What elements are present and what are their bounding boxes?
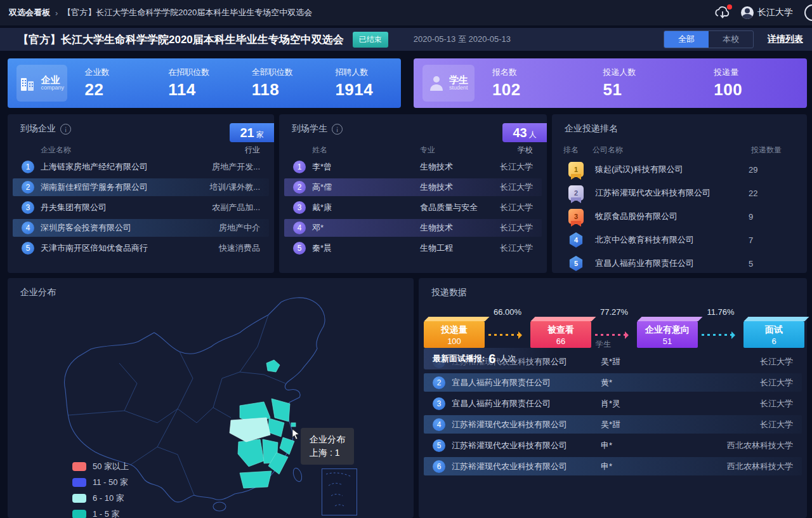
table-row[interactable]: 4 江苏裕灌现代农业科技有限公司 吴*甜 长江大学 xyxy=(424,415,802,434)
table-row[interactable]: 5 秦*晨 生物工程 长江大学 xyxy=(284,239,542,257)
interview-broadcast: 最新面试播报: 6 人次 xyxy=(424,348,557,369)
stat-applicant-count: 投递人数 51 xyxy=(603,67,697,100)
table-row[interactable]: 2 湖南新佳程留学服务有限公司 培训/课外教... xyxy=(13,178,269,196)
table-row[interactable]: 3 宜昌人福药业有限责任公司 肖*灵 长江大学 xyxy=(424,394,802,413)
date-range: 2020-05-13 至 2020-05-13 xyxy=(414,34,511,45)
col-major: 专业 xyxy=(420,145,518,156)
company-ranking-panel: 企业投递排名 排名 公司名称 投递数量 1 猿起(武汉)科技有限公司 29 2 … xyxy=(552,114,807,273)
attended-students-panel: 到场学生 ! 43人 姓名 专业 学校 1 李*曾 生物技术 长江大学 2 高*… xyxy=(279,114,547,273)
dashboard: 双选会看板 › 【官方】长江大学生命科学学院2020届本科生毕业生专场空中双选会… xyxy=(0,0,812,518)
table-row[interactable]: 6 江苏裕灌现代农业科技有限公司 申* 西北农林科技大学 xyxy=(424,457,802,475)
user-avatar-icon[interactable] xyxy=(741,6,754,19)
funnel-step-delivered: 投递量100 xyxy=(424,321,485,348)
legend-item: 6 - 10 家 xyxy=(72,493,129,504)
page-title: 【官方】长江大学生命科学学院2020届本科生毕业生专场空中双选会 xyxy=(18,32,344,47)
col-school: 学校 xyxy=(518,145,533,156)
filter-all-button[interactable]: 全部 xyxy=(664,31,709,48)
panel-title-ranking: 企业投递排名 xyxy=(565,123,618,135)
mouse-cursor-icon xyxy=(292,429,301,439)
funnel-step-interview: 面试6 xyxy=(743,321,804,348)
breadcrumb-current: 【官方】长江大学生命科学学院2020届本科生毕业生专场空中双选会 xyxy=(63,7,312,18)
map-tooltip: 企业分布 上海 : 1 xyxy=(301,428,354,465)
funnel-rate: 66.00% xyxy=(485,307,530,317)
detail-list-link[interactable]: 详情列表 xyxy=(768,34,803,45)
funnel-step-viewed: 被查看66 xyxy=(530,321,591,348)
table-row[interactable]: 4 深圳房客会投资有限公司 房地产中介 xyxy=(13,219,269,237)
students-count-badge: 43人 xyxy=(502,123,547,142)
table-row[interactable]: 5 江苏裕灌现代农业科技有限公司 申* 西北农林科技大学 xyxy=(424,436,802,455)
funnel-arrow-icon xyxy=(702,334,735,336)
scope-toggle: 全部 本校 xyxy=(664,30,754,48)
table-row[interactable]: 3 丹夫集团有限公司 农副产品加... xyxy=(13,199,269,216)
col-rank: 排名 xyxy=(563,145,593,156)
breadcrumb-root[interactable]: 双选会看板 xyxy=(9,7,50,18)
table-row[interactable]: 3 戴*康 食品质量与安全 长江大学 xyxy=(284,199,542,216)
company-distribution-panel: 企业分布 xyxy=(8,278,414,518)
panel-title-students: 到场学生 xyxy=(292,123,327,135)
table-row[interactable]: 2 江苏裕灌现代农业科技有限公司 22 xyxy=(557,183,802,203)
info-icon[interactable]: ! xyxy=(332,124,343,135)
stat-all-positions: 全部职位数 118 xyxy=(252,67,318,100)
event-title-bar: 【官方】长江大学生命科学学院2020届本科生毕业生专场空中双选会 已结束 202… xyxy=(0,28,812,51)
status-badge: 已结束 xyxy=(353,32,388,48)
col-delivery-count: 投递数量 xyxy=(751,145,796,156)
funnel-rate: 77.27% xyxy=(592,307,636,317)
rank-hex-icon: 5 xyxy=(569,256,583,271)
col-industry: 行业 xyxy=(245,145,260,156)
company-label-en: company xyxy=(41,85,65,91)
table-row[interactable]: 3 牧原食品股份有限公司 9 xyxy=(557,207,802,226)
col-student-name: 姓名 xyxy=(312,145,420,156)
notification-dot xyxy=(727,4,732,10)
funnel-arrow-icon xyxy=(595,334,628,336)
company-label: 企业 xyxy=(41,75,65,86)
table-row[interactable]: 4 邓* 生物技术 长江大学 xyxy=(284,219,542,237)
user-name[interactable]: 长江大学 xyxy=(757,7,793,18)
stat-company-count: 企业数 22 xyxy=(85,67,151,100)
funnel-step-interested: 企业有意向51 xyxy=(637,321,698,348)
filter-school-button[interactable]: 本校 xyxy=(709,31,753,48)
stat-signup-count: 报名数 102 xyxy=(492,67,586,100)
map-legend: 50 家以上 11 - 50 家 6 - 10 家 1 - 5 家 xyxy=(72,461,129,518)
table-row[interactable]: 1 李*曾 生物技术 长江大学 xyxy=(284,158,542,176)
silver-medal-icon: 2 xyxy=(568,185,584,201)
buildings-icon xyxy=(20,74,36,92)
panel-title-companies: 到场企业 xyxy=(20,123,56,135)
cloud-download-icon[interactable] xyxy=(714,6,731,20)
student-role-box: 学生 student xyxy=(422,65,475,102)
person-icon xyxy=(429,75,444,91)
breadcrumb-separator-icon: › xyxy=(55,8,58,18)
table-row[interactable]: 2 宜昌人福药业有限责任公司 黄* 长江大学 xyxy=(424,373,802,392)
legend-item: 1 - 5 家 xyxy=(72,508,129,518)
south-sea-inset xyxy=(322,468,357,515)
funnel-rate: 11.76% xyxy=(698,307,743,317)
delivery-data-panel: 投递数据 投递量100 66.00% 被查看66 77.27% 企业有意向51 … xyxy=(419,278,807,518)
col-company: 公司名称 xyxy=(593,145,751,156)
table-row[interactable]: 5 天津市南开区倍知优食品商行 快速消费品 xyxy=(13,239,269,257)
panel-title-delivery: 投递数据 xyxy=(431,287,467,298)
table-row[interactable]: 2 高*儒 生物技术 长江大学 xyxy=(284,178,542,196)
col-company-name: 企业名称 xyxy=(41,145,245,156)
student-stats-card: 学生 student 报名数 102 投递人数 51 投递量 100 xyxy=(414,58,807,108)
info-icon[interactable]: ! xyxy=(60,124,71,135)
table-row[interactable]: 5 宜昌人福药业有限责任公司 5 xyxy=(557,254,802,273)
funnel-arrow-icon xyxy=(488,334,521,336)
legend-item: 50 家以上 xyxy=(72,461,129,472)
stat-hiring-count: 招聘人数 1914 xyxy=(335,67,401,100)
table-row[interactable]: 1 猿起(武汉)科技有限公司 29 xyxy=(557,160,802,179)
top-nav-bar: 双选会看板 › 【官方】长江大学生命科学学院2020届本科生毕业生专场空中双选会… xyxy=(0,0,812,25)
companies-count-badge: 21家 xyxy=(230,123,274,142)
edge-circle-icon[interactable] xyxy=(804,4,812,21)
stat-application-count: 投递量 100 xyxy=(714,67,807,100)
table-row[interactable]: 1 上海链家房地产经纪有限公司 房地产开发... xyxy=(13,158,269,176)
company-role-box: 企业 company xyxy=(16,65,67,102)
gold-medal-icon: 1 xyxy=(568,162,584,177)
attended-companies-panel: 到场企业 ! 21家 企业名称 行业 1 上海链家房地产经纪有限公司 房地产开发… xyxy=(8,114,274,273)
student-label: 学生 xyxy=(449,75,468,86)
stat-open-positions: 在招职位数 114 xyxy=(168,67,234,100)
table-row[interactable]: 4 北京中公教育科技有限公司 7 xyxy=(557,230,802,249)
legend-item: 11 - 50 家 xyxy=(72,477,129,488)
student-label-en: student xyxy=(449,85,468,91)
bronze-medal-icon: 3 xyxy=(568,209,584,224)
company-stats-card: 企业 company 企业数 22 在招职位数 114 全部职位数 118 招聘… xyxy=(8,58,401,108)
rank-hex-icon: 4 xyxy=(569,232,583,248)
